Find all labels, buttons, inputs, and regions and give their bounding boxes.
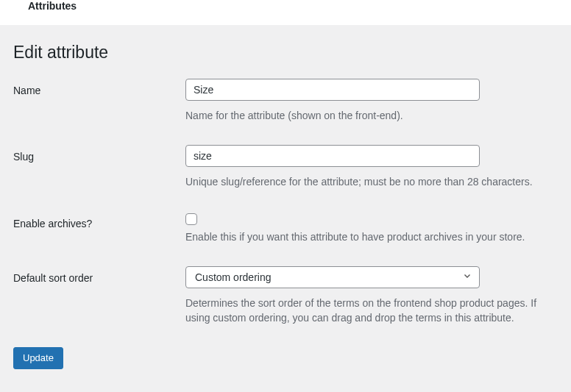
- slug-help: Unique slug/reference for the attribute;…: [185, 174, 558, 189]
- name-help: Name for the attribute (shown on the fro…: [185, 108, 558, 123]
- label-slug: Slug: [13, 145, 185, 163]
- tab-attributes[interactable]: Attributes: [28, 0, 77, 12]
- slug-input[interactable]: [185, 145, 480, 167]
- archives-help: Enable this if you want this attribute t…: [185, 229, 558, 244]
- archives-checkbox[interactable]: [185, 213, 197, 225]
- label-name: Name: [13, 79, 185, 96]
- label-sort: Default sort order: [13, 266, 185, 284]
- top-nav: Attributes: [0, 0, 571, 25]
- name-input[interactable]: [185, 79, 480, 101]
- row-archives: Enable archives? Enable this if you want…: [13, 212, 558, 244]
- row-sort: Default sort order Custom ordering Deter…: [13, 266, 558, 326]
- page-title: Edit attribute: [13, 43, 558, 63]
- row-name: Name Name for the attribute (shown on th…: [13, 79, 558, 123]
- sort-order-select[interactable]: Custom ordering: [185, 266, 480, 288]
- update-button[interactable]: Update: [13, 347, 63, 369]
- label-archives: Enable archives?: [13, 212, 185, 229]
- row-slug: Slug Unique slug/reference for the attri…: [13, 145, 558, 189]
- content-wrap: Edit attribute Name Name for the attribu…: [0, 43, 571, 382]
- sort-help: Determines the sort order of the terms o…: [185, 296, 558, 326]
